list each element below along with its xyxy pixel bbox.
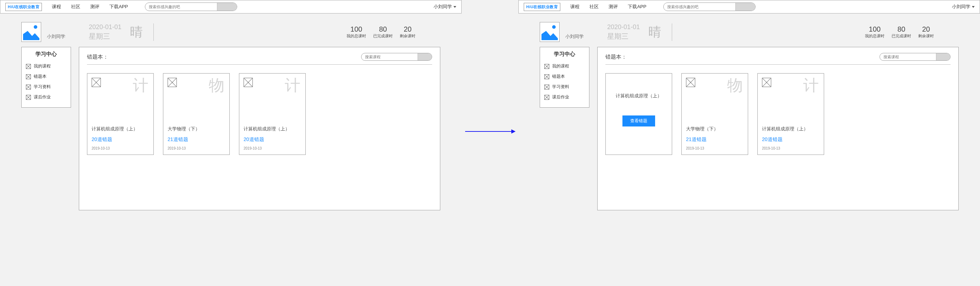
stat-done-lbl: 已完成课时: [373, 34, 393, 39]
sidemenu-label: 错题本: [552, 73, 565, 80]
card-title: 大学物理（下）: [168, 126, 225, 132]
stat-done-num: 80: [373, 25, 393, 34]
stat-done-lbl: 已完成课时: [892, 34, 911, 39]
sidemenu-item-mistakes[interactable]: 错题本: [544, 72, 585, 82]
user-dropdown[interactable]: 小刘同学: [434, 3, 456, 10]
card-list: 计 计算机组成原理（上） 20道错题 2019-10-13 物 大学物理（下） …: [87, 73, 432, 155]
nav-community[interactable]: 社区: [71, 3, 80, 10]
card-initial: 计: [285, 75, 301, 96]
course-card[interactable]: 计 计算机组成原理（上） 20道错题 2019-10-13: [239, 73, 306, 155]
placeholder-icon: [168, 78, 177, 87]
chevron-down-icon: [972, 6, 975, 8]
chevron-down-icon: [453, 6, 456, 8]
card-count: 20道错题: [243, 136, 301, 143]
card-initial: 计: [133, 75, 148, 96]
date-text: 2020-01-01: [607, 23, 640, 31]
body-row: 学习中心 我的课程 错题本 学习资料 课后作业 错题本： 计算机组成原理（上）: [519, 47, 980, 221]
sidemenu-item-materials[interactable]: 学习资料: [544, 82, 585, 92]
stat-remain: 20 剩余课时: [400, 25, 415, 39]
user-name-label: 小刘同学: [434, 3, 452, 10]
transition-arrow: [461, 50, 519, 213]
course-card-hover[interactable]: 计算机组成原理（上） 查看错题: [605, 73, 672, 155]
course-card[interactable]: 计 计算机组成原理（上） 20道错题 2019-10-13: [87, 73, 154, 155]
sidemenu-item-mistakes[interactable]: 错题本: [26, 72, 67, 82]
user-name-label: 小刘同学: [952, 3, 970, 10]
screen-before: HiU在线职业教育 课程 社区 测评 下载APP 小刘同学 小刘同学 2020-…: [0, 0, 461, 221]
nav-courses[interactable]: 课程: [570, 3, 579, 10]
panel-title: 错题本：: [87, 54, 108, 61]
screen-after: HiU在线职业教育 课程 社区 测评 下载APP 小刘同学 小刘同学 2020-…: [519, 0, 980, 221]
nav-assess[interactable]: 测评: [90, 3, 99, 10]
nav-download[interactable]: 下载APP: [109, 3, 128, 10]
placeholder-icon: [26, 74, 31, 79]
course-card[interactable]: 物 大学物理（下） 21道错题 2019-10-13: [681, 73, 748, 155]
top-search-input[interactable]: [145, 5, 217, 9]
stat-total-lbl: 我的总课时: [865, 34, 885, 39]
placeholder-icon: [26, 85, 31, 89]
placeholder-icon: [26, 64, 31, 69]
card-date: 2019-10-13: [686, 146, 743, 150]
stat-remain: 20 剩余课时: [918, 25, 934, 39]
placeholder-icon: [686, 78, 695, 87]
card-date: 2019-10-13: [243, 146, 301, 150]
logo[interactable]: HiU在线职业教育: [5, 3, 42, 11]
panel-search-input[interactable]: [880, 53, 936, 61]
profile-name: 小刘同学: [47, 34, 65, 40]
placeholder-icon: [243, 78, 253, 87]
stats-row: 100 我的总课时 80 已完成课时 20 剩余课时: [865, 25, 934, 39]
panel-search-button[interactable]: [418, 53, 432, 61]
stat-total-lbl: 我的总课时: [347, 34, 366, 39]
avatar[interactable]: [21, 22, 41, 42]
card-title: 计算机组成原理（上）: [762, 126, 819, 132]
card-date: 2019-10-13: [168, 146, 225, 150]
side-menu: 学习中心 我的课程 错题本 学习资料 课后作业: [21, 47, 71, 108]
side-menu: 学习中心 我的课程 错题本 学习资料 课后作业: [540, 47, 589, 108]
panel-search: [880, 53, 951, 61]
view-mistakes-button[interactable]: 查看错题: [622, 115, 655, 126]
sidemenu-item-materials[interactable]: 学习资料: [26, 82, 67, 92]
stat-remain-lbl: 剩余课时: [918, 34, 934, 39]
date-block: 2020-01-01 星期三: [89, 23, 121, 40]
sidemenu-item-courses[interactable]: 我的课程: [26, 61, 67, 72]
placeholder-icon: [544, 95, 549, 100]
card-title: 计算机组成原理（上）: [243, 126, 301, 132]
sidemenu-item-homework[interactable]: 课后作业: [544, 92, 585, 102]
stat-done-num: 80: [892, 25, 911, 34]
panel-head: 错题本：: [605, 53, 951, 65]
placeholder-icon: [92, 78, 101, 87]
placeholder-icon: [762, 78, 771, 87]
nav-download[interactable]: 下载APP: [628, 3, 646, 10]
stats-row: 100 我的总课时 80 已完成课时 20 剩余课时: [347, 25, 415, 39]
stat-remain-lbl: 剩余课时: [400, 34, 415, 39]
sidemenu-item-homework[interactable]: 课后作业: [26, 92, 67, 102]
logo[interactable]: HiU在线职业教育: [524, 3, 560, 11]
weather-text: 晴: [648, 24, 672, 41]
nav-courses[interactable]: 课程: [52, 3, 61, 10]
main-panel: 错题本： 计 计算机组成原理（上） 20道错题 2019-10-13: [79, 47, 440, 210]
card-date: 2019-10-13: [762, 146, 819, 150]
card-count: 20道错题: [762, 136, 819, 143]
weather-text: 晴: [130, 24, 154, 41]
user-dropdown[interactable]: 小刘同学: [952, 3, 975, 10]
panel-title: 错题本：: [605, 54, 627, 61]
panel-search-button[interactable]: [936, 53, 950, 61]
date-text: 2020-01-01: [89, 23, 121, 31]
sidemenu-label: 学习资料: [34, 84, 51, 90]
stat-total-num: 100: [347, 25, 366, 34]
panel-search-input[interactable]: [361, 53, 418, 61]
top-search-input[interactable]: [663, 5, 735, 9]
sidemenu-label: 我的课程: [552, 63, 569, 69]
date-block: 2020-01-01 星期三: [607, 23, 640, 40]
nav-community[interactable]: 社区: [589, 3, 599, 10]
top-search-button[interactable]: [217, 3, 237, 11]
course-card[interactable]: 计 计算机组成原理（上） 20道错题 2019-10-13: [757, 73, 824, 155]
weekday-text: 星期三: [607, 32, 640, 41]
course-card[interactable]: 物 大学物理（下） 21道错题 2019-10-13: [163, 73, 230, 155]
top-nav: HiU在线职业教育 课程 社区 测评 下载APP 小刘同学: [519, 0, 980, 13]
card-initial: 物: [727, 75, 743, 96]
card-title: 计算机组成原理（上）: [92, 126, 149, 132]
avatar[interactable]: [540, 22, 560, 42]
sidemenu-item-courses[interactable]: 我的课程: [544, 61, 585, 72]
nav-assess[interactable]: 测评: [609, 3, 618, 10]
top-search-button[interactable]: [735, 3, 755, 11]
